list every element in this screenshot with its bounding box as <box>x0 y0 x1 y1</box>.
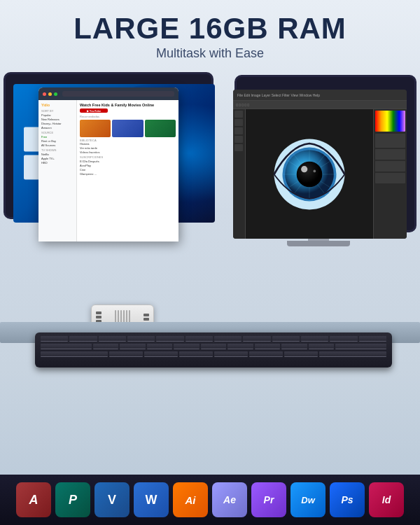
pc-ports-left <box>96 312 102 323</box>
app-icon-visio: V <box>94 482 130 517</box>
key <box>147 344 172 349</box>
app-icon-after-effects: Ae <box>212 482 247 517</box>
key <box>227 344 253 349</box>
app-icon-premiere: Pr <box>251 482 286 517</box>
key <box>255 344 280 349</box>
illustrator-label: Ai <box>186 495 196 505</box>
pc-port-hdmi <box>96 316 102 318</box>
key <box>186 336 213 342</box>
key <box>284 351 318 357</box>
main-scene: File Edit Image Layer Select Filter View… <box>0 66 420 410</box>
page-title: LARGE 16GB RAM <box>14 13 406 45</box>
key-tab <box>41 344 92 349</box>
key <box>156 336 183 342</box>
right-monitor-screen: File Edit Image Layer Select Filter View… <box>233 90 407 239</box>
app-icon-publisher: P <box>55 482 90 517</box>
key <box>127 336 155 342</box>
browser-window: Yidio SORT BY Popular New Releases Disne… <box>38 88 178 241</box>
key <box>243 336 270 342</box>
key <box>99 336 126 342</box>
key <box>214 351 248 357</box>
app-icon-word: W <box>134 482 169 517</box>
pc-port-usb <box>96 312 102 314</box>
key <box>144 351 178 357</box>
page-subtitle: Multitask with Ease <box>14 46 406 61</box>
key-shift <box>41 351 108 357</box>
key <box>41 336 68 342</box>
svg-point-11 <box>314 169 316 172</box>
svg-point-10 <box>301 166 307 172</box>
eye-graphic <box>271 136 348 213</box>
app-icon-photoshop: Ps <box>330 482 365 517</box>
browser-sidebar: Yidio SORT BY Popular New Releases Disne… <box>38 100 77 241</box>
key <box>120 344 145 349</box>
keyboard-keys <box>35 332 392 360</box>
key <box>281 344 307 349</box>
pc-ports-right <box>144 314 149 321</box>
keyboard <box>35 332 392 368</box>
browser-body: Yidio SORT BY Popular New Releases Disne… <box>38 100 178 241</box>
browser-main-content: Watch Free Kids & Family Movies Online ▶… <box>77 100 178 241</box>
key <box>309 344 334 349</box>
right-monitor-base <box>287 241 350 246</box>
key <box>330 336 357 342</box>
key <box>249 351 283 357</box>
app-icon-indesign: Id <box>369 482 404 517</box>
key <box>174 344 199 349</box>
key <box>301 336 328 342</box>
key <box>201 344 226 349</box>
pc-port-dp <box>144 314 149 316</box>
key-shift-r <box>319 351 386 357</box>
app-icon-access: A <box>16 482 51 517</box>
key <box>359 336 386 342</box>
key-enter <box>335 344 386 349</box>
browser-heading: Watch Free Kids & Family Movies Online <box>80 103 176 107</box>
key <box>179 351 213 357</box>
app-icon-dreamweaver: Dw <box>290 482 326 517</box>
yidio-logo: Yidio <box>41 103 74 107</box>
key <box>214 336 241 342</box>
key <box>93 344 118 349</box>
right-monitor-frame: File Edit Image Layer Select Filter View… <box>234 75 416 232</box>
software-icons-bar: A P V W Ai Ae Pr Dw Ps Id <box>0 475 420 525</box>
svg-point-9 <box>297 161 323 187</box>
browser-titlebar <box>38 88 178 100</box>
pc-port-eth <box>144 318 149 321</box>
header-section: LARGE 16GB RAM Multitask with Ease <box>0 0 420 66</box>
key <box>69 336 97 342</box>
key <box>272 336 300 342</box>
key <box>109 351 143 357</box>
app-icon-illustrator: Ai <box>173 482 208 517</box>
